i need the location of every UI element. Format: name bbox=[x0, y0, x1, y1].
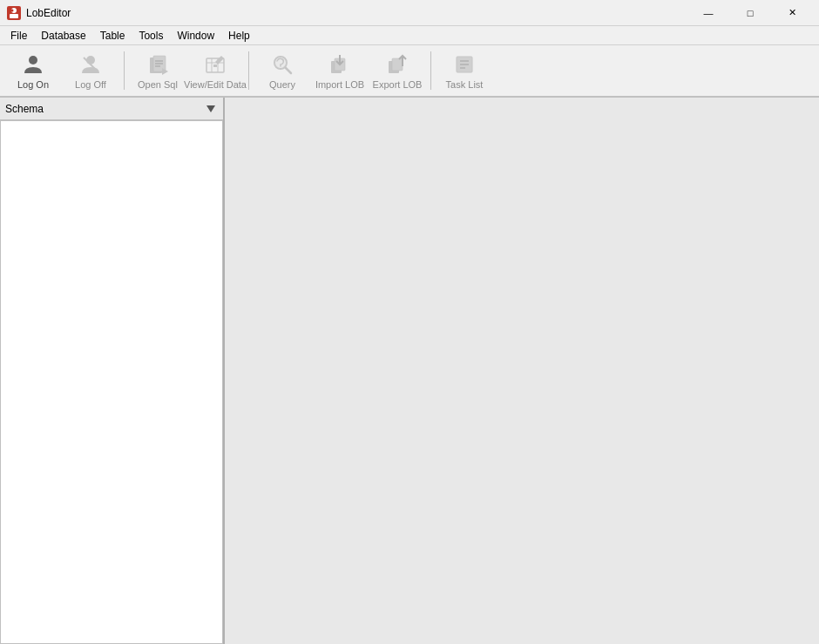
task-list-icon bbox=[450, 51, 478, 78]
import-lob-icon bbox=[326, 51, 354, 78]
svg-rect-15 bbox=[213, 64, 217, 67]
log-off-label: Log Off bbox=[75, 79, 106, 90]
log-off-icon bbox=[77, 51, 105, 78]
app-icon bbox=[7, 6, 21, 20]
menu-tools[interactable]: Tools bbox=[132, 26, 170, 45]
open-sql-icon bbox=[144, 51, 172, 78]
toolbar: Log On Log Off Open Sql bbox=[0, 45, 819, 98]
right-panel bbox=[225, 98, 819, 644]
export-lob-label: Export LOB bbox=[373, 79, 423, 90]
menu-file[interactable]: File bbox=[3, 26, 34, 45]
svg-point-19 bbox=[280, 68, 281, 70]
schema-tree[interactable] bbox=[0, 120, 223, 644]
open-sql-button[interactable]: Open Sql bbox=[130, 48, 186, 93]
open-sql-label: Open Sql bbox=[138, 79, 178, 90]
menu-bar: File Database Table Tools Window Help bbox=[0, 26, 819, 45]
maximize-button[interactable]: □ bbox=[730, 0, 770, 26]
window-title: LobEditor bbox=[26, 7, 71, 19]
query-icon bbox=[268, 51, 296, 78]
view-edit-data-icon bbox=[201, 51, 229, 78]
main-content: Schema bbox=[0, 98, 819, 644]
schema-header: Schema bbox=[0, 98, 223, 120]
log-off-button[interactable]: Log Off bbox=[63, 48, 118, 93]
query-label: Query bbox=[269, 79, 295, 90]
title-left: LobEditor bbox=[7, 6, 71, 20]
toolbar-sep-1 bbox=[124, 51, 125, 90]
menu-database[interactable]: Database bbox=[34, 26, 92, 45]
minimize-button[interactable]: — bbox=[688, 0, 728, 26]
export-lob-button[interactable]: Export LOB bbox=[369, 48, 425, 93]
left-panel: Schema bbox=[0, 98, 225, 644]
toolbar-sep-3 bbox=[430, 51, 431, 90]
svg-line-17 bbox=[285, 67, 291, 73]
title-controls: — □ ✕ bbox=[688, 0, 812, 26]
schema-dropdown-arrow[interactable] bbox=[204, 102, 218, 116]
menu-window[interactable]: Window bbox=[170, 26, 221, 45]
query-button[interactable]: Query bbox=[254, 48, 310, 93]
menu-table[interactable]: Table bbox=[93, 26, 132, 45]
log-on-icon bbox=[19, 51, 47, 78]
task-list-label: Task List bbox=[446, 79, 484, 90]
svg-point-3 bbox=[29, 56, 37, 64]
svg-point-4 bbox=[86, 56, 95, 64]
close-button[interactable]: ✕ bbox=[772, 0, 812, 26]
view-edit-data-button[interactable]: View/Edit Data bbox=[187, 48, 243, 93]
task-list-button[interactable]: Task List bbox=[437, 48, 492, 93]
svg-rect-24 bbox=[392, 58, 403, 71]
toolbar-sep-2 bbox=[248, 51, 249, 90]
import-lob-label: Import LOB bbox=[315, 79, 364, 90]
import-lob-button[interactable]: Import LOB bbox=[312, 48, 368, 93]
export-lob-icon bbox=[383, 51, 411, 78]
svg-rect-1 bbox=[10, 14, 18, 18]
log-on-button[interactable]: Log On bbox=[5, 48, 61, 93]
log-on-label: Log On bbox=[17, 79, 49, 90]
view-edit-data-label: View/Edit Data bbox=[184, 79, 247, 90]
svg-point-2 bbox=[11, 9, 14, 11]
menu-help[interactable]: Help bbox=[221, 26, 257, 45]
title-bar: LobEditor — □ ✕ bbox=[0, 0, 819, 26]
svg-marker-30 bbox=[206, 105, 215, 112]
schema-label: Schema bbox=[5, 103, 204, 115]
